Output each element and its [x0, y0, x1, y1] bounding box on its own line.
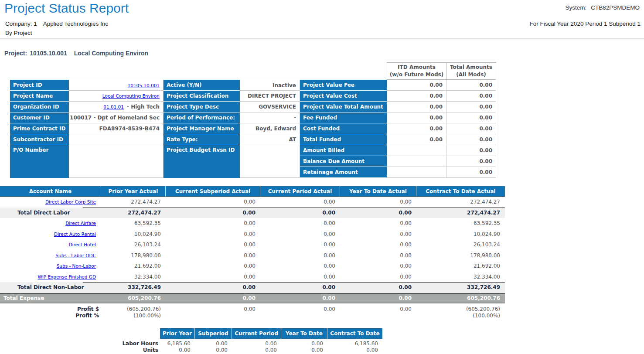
amounts-row: Project Value Fee0.000.00 [300, 80, 496, 91]
account-row: Total Direct Labor272,474.270.000.000.00… [0, 208, 505, 218]
account-value-cell: 0.00 [340, 197, 416, 208]
account-value-cell: 26,103.24 [416, 239, 505, 250]
itd-amount-cell [387, 156, 446, 167]
info-value: GOVSERVICE [240, 102, 300, 112]
account-value-cell: 0.00 [340, 261, 416, 272]
hours-value-cell: 6,185.60 [160, 340, 195, 347]
itd-amount-cell: 0.00 [387, 80, 446, 91]
hours-column-header: Current Period [232, 328, 281, 339]
account-link[interactable]: Direct Labor Corp Site [45, 199, 96, 204]
account-link[interactable]: Direct Hotel [68, 242, 96, 247]
info-label: Customer ID [10, 112, 69, 123]
info-label: Period of Performance: [164, 112, 240, 123]
header-divider [0, 38, 644, 39]
account-value-cell: 0.00 [340, 208, 416, 218]
account-link[interactable]: WIP Expense Finished GD [37, 274, 96, 279]
account-link[interactable]: Subs - Labor ODC [55, 253, 96, 258]
company-line: Company: 1Applied Technologies Inc [5, 20, 108, 27]
account-value-cell: 0.00 [340, 272, 416, 283]
account-value-cell: 178,980.00 [416, 250, 505, 261]
account-value-cell: (100.00%) [416, 312, 505, 319]
info-value [240, 145, 300, 178]
hours-value-cell: 0.00 [160, 347, 195, 353]
account-value-cell: 0.00 [340, 306, 416, 312]
hours-value-cell: 0.00 [232, 340, 281, 347]
account-row: WIP Expense Finished GD32,334.000.000.00… [0, 272, 505, 283]
account-value-cell: 0.00 [340, 239, 416, 250]
account-value-cell: 0.00 [166, 272, 260, 283]
account-name-cell: Subs - Labor ODC [0, 250, 101, 261]
account-row: Direct Airfare63,592.350.000.000.0063,59… [0, 218, 505, 229]
itd-amount-cell: 0.00 [387, 102, 446, 112]
total-amount-cell: 0.00 [446, 91, 496, 102]
info-row: Prime Contract IDFDA8974-8539-B474 [10, 123, 164, 134]
info-row: Subcontractor ID [10, 134, 164, 145]
total-amount-cell: 0.00 [446, 167, 496, 178]
amounts-label: Retainage Amount [300, 167, 387, 178]
page-title: Project Status Report [4, 1, 129, 16]
info-row: Project Manager NameBoyd, Edward [164, 123, 300, 134]
account-value-cell: 605,200.76 [101, 294, 166, 303]
account-link[interactable]: Subs - Non-Labor [57, 263, 96, 269]
info-label: Project Budget Rvsn ID [164, 145, 240, 178]
info-value-link[interactable]: 01.01.01 [103, 104, 124, 109]
account-value-cell: 32,334.00 [101, 272, 166, 283]
info-label: Project Name [10, 91, 69, 102]
info-value-link[interactable]: 10105.10.001 [128, 83, 160, 88]
total-amount-cell: 0.00 [446, 123, 496, 134]
account-value-cell: (605,200.76) [416, 306, 505, 312]
info-row: Project Budget Rvsn ID [164, 145, 300, 178]
account-value-cell: 0.00 [166, 197, 260, 208]
info-row: P/O Number [10, 145, 164, 178]
amounts-label: Project Value Fee [300, 80, 387, 91]
total-amounts-header-line2: (All Mods) [456, 71, 486, 78]
account-name-cell: Direct Airfare [0, 218, 101, 229]
hours-units-table: Prior YearSubperiodCurrent PeriodYear To… [160, 328, 382, 353]
info-row: Organization ID01.01.01- High Tech [10, 102, 164, 112]
project-heading: Project:10105.10.001Local Computing Envi… [4, 50, 148, 57]
account-value-cell: 0.00 [166, 239, 260, 250]
grouping-label: By Project [5, 30, 32, 36]
account-value-cell: 0.00 [340, 218, 416, 229]
hours-value-cell: 0.00 [195, 340, 232, 347]
project-info-table-middle: Active (Y/N)InactiveProject Classificati… [164, 80, 300, 178]
account-value-cell: 605,200.76 [416, 294, 505, 303]
itd-amounts-header: ITD Amounts (w/o Future Mods) [387, 62, 446, 80]
account-value-cell: 0.00 [166, 282, 260, 293]
account-link[interactable]: Direct Airfare [65, 221, 96, 226]
account-value-cell: 21,692.00 [101, 261, 166, 272]
account-value-cell: 0.00 [166, 294, 260, 303]
hours-column-header: Contract To Date [327, 328, 382, 339]
account-actuals-table: Account NamePrior Year ActualCurrent Sub… [0, 186, 505, 319]
fiscal-period-line: For Fiscal Year 2020 Period 1 Subperiod … [530, 20, 641, 27]
account-value-cell: 0.00 [260, 197, 340, 208]
account-value-cell: 0.00 [340, 294, 416, 303]
project-heading-name: Local Computing Environ [74, 50, 148, 57]
account-value-cell: 332,726.49 [416, 282, 505, 293]
account-row: Total Expense605,200.760.000.000.00605,2… [0, 293, 505, 304]
itd-amount-cell [387, 167, 446, 178]
account-link[interactable]: Direct Auto Rental [54, 231, 96, 237]
info-row: Project NameLocal Computing Environ [10, 91, 164, 102]
amounts-row: Balance Due Amount0.00 [300, 156, 496, 167]
account-value-cell: 272,474.27 [101, 208, 166, 218]
itd-amount-cell: 0.00 [387, 123, 446, 134]
account-name-cell: Subs - Non-Labor [0, 261, 101, 272]
project-label: Project: [4, 50, 27, 57]
hours-column-header: Subperiod [195, 328, 232, 339]
hours-row-label: Units [100, 347, 158, 353]
amounts-label: Fee Funded [300, 112, 387, 123]
hours-value-cell: 0.00 [327, 347, 382, 353]
info-value-link[interactable]: Local Computing Environ [102, 93, 160, 99]
account-name-cell: Profit $ [0, 306, 101, 312]
info-label: Active (Y/N) [164, 80, 240, 91]
info-value [69, 134, 164, 145]
itd-amount-cell: 0.00 [387, 134, 446, 145]
total-amount-cell: 0.00 [446, 134, 496, 145]
amounts-label: Cost Funded [300, 123, 387, 134]
account-value-cell: 10,024.90 [101, 229, 166, 240]
account-value-cell [166, 312, 260, 319]
account-column-header: Prior Year Actual [101, 186, 166, 197]
account-value-cell: 0.00 [166, 229, 260, 240]
project-amounts-table: Project Value Fee0.000.00Project Value C… [300, 80, 496, 178]
